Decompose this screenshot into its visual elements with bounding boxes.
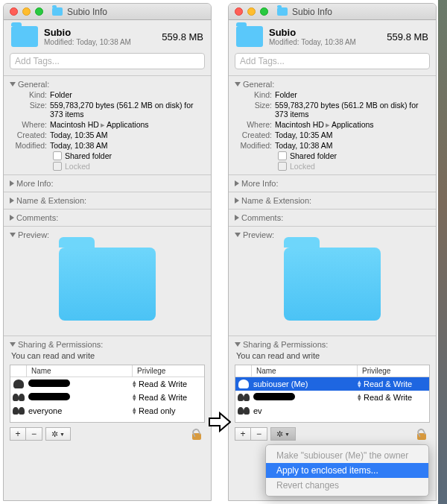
disclosure-triangle-icon[interactable] [10, 198, 14, 204]
permissions-note: You can read and write [235, 350, 430, 365]
section-header-moreinfo[interactable]: More Info: [235, 178, 430, 189]
lock-icon[interactable] [191, 428, 202, 440]
item-name: Subio [44, 27, 162, 38]
privilege-label[interactable]: Read & Write [364, 393, 412, 402]
disclosure-triangle-icon[interactable] [235, 198, 239, 204]
section-label: General: [243, 80, 274, 89]
tags-input[interactable]: Add Tags... [235, 53, 430, 69]
table-row[interactable]: subiouser (Me) ▴▾Read & Write [235, 377, 429, 391]
stepper-icon[interactable]: ▴▾ [358, 394, 361, 401]
lock-icon[interactable] [416, 428, 427, 440]
section-general: General: Kind:Folder Size:559,783,270 by… [229, 75, 436, 174]
where-label: Where: [235, 120, 275, 129]
section-header-nameext[interactable]: Name & Extension: [235, 195, 430, 206]
stepper-icon[interactable]: ▴▾ [133, 407, 136, 415]
table-row[interactable]: ▴▾Read & Write [10, 391, 204, 404]
section-header-comments[interactable]: Comments: [10, 212, 205, 223]
menu-item-apply-enclosed[interactable]: Apply to enclosed items... [266, 463, 428, 478]
section-moreinfo: More Info: [4, 174, 211, 192]
add-user-button[interactable]: + [10, 427, 26, 441]
item-size: 559.8 MB [162, 31, 203, 42]
privilege-label[interactable]: Read & Write [139, 393, 187, 402]
disclosure-triangle-icon[interactable] [10, 215, 14, 221]
disclosure-triangle-icon[interactable] [10, 233, 16, 237]
disclosure-triangle-icon[interactable] [235, 342, 241, 347]
window-title: Subio Info [67, 7, 107, 17]
section-label: General: [18, 80, 49, 89]
gear-icon: ✲ [51, 429, 58, 439]
section-header-preview[interactable]: Preview: [235, 230, 430, 240]
shared-folder-label: Shared folder [65, 151, 112, 160]
section-header-sharing[interactable]: Sharing & Permissions: [235, 339, 430, 350]
remove-user-button[interactable]: − [251, 427, 267, 441]
stepper-icon[interactable]: ▴▾ [133, 394, 136, 401]
checkbox-icon[interactable] [53, 151, 62, 160]
section-header-general[interactable]: General: [235, 79, 430, 89]
shared-folder-row[interactable]: Shared folder [235, 151, 430, 161]
locked-row: Locked [10, 161, 205, 171]
user-name: subiouser (Me) [252, 379, 358, 388]
privilege-label[interactable]: Read & Write [139, 379, 187, 388]
created-label: Created: [10, 130, 50, 139]
table-header: Name Privilege [10, 365, 204, 377]
close-icon[interactable] [10, 7, 18, 16]
add-user-button[interactable]: + [235, 427, 251, 441]
disclosure-triangle-icon[interactable] [235, 233, 241, 237]
zoom-icon[interactable] [35, 7, 43, 16]
privilege-label[interactable]: Read & Write [364, 379, 412, 388]
traffic-lights [235, 7, 268, 16]
action-menu-button[interactable]: ✲▼ [45, 427, 71, 441]
breadcrumb-part: Macintosh HD [275, 120, 324, 129]
col-name-header[interactable]: Name [252, 365, 358, 377]
section-label: More Info: [241, 179, 279, 188]
created-value: Today, 10:35 AM [275, 130, 430, 139]
checkbox-icon[interactable] [278, 151, 287, 160]
remove-user-button[interactable]: − [26, 427, 42, 441]
section-header-preview[interactable]: Preview: [10, 230, 205, 240]
disclosure-triangle-icon[interactable] [235, 215, 239, 221]
minimize-icon[interactable] [22, 7, 31, 16]
section-sharing: Sharing & Permissions: You can read and … [4, 336, 211, 445]
section-header-general[interactable]: General: [10, 79, 205, 89]
close-icon[interactable] [235, 7, 243, 16]
size-value: 559,783,270 bytes (561.2 MB on disk) for… [50, 101, 205, 119]
user-name-partial: ev [253, 406, 262, 415]
stepper-icon[interactable]: ▴▾ [133, 380, 136, 388]
disclosure-triangle-icon[interactable] [10, 82, 16, 86]
zoom-icon[interactable] [260, 7, 268, 16]
action-menu-button[interactable]: ✲▼ [270, 427, 296, 441]
table-row[interactable]: everyone ▴▾Read only [10, 404, 204, 418]
table-header: Name Privilege [235, 365, 429, 377]
locked-label: Locked [65, 162, 90, 171]
tags-input[interactable]: Add Tags... [10, 53, 205, 69]
shared-folder-row[interactable]: Shared folder [10, 151, 205, 161]
section-header-comments[interactable]: Comments: [235, 212, 430, 223]
titlebar[interactable]: Subio Info [229, 4, 436, 20]
redacted-name [28, 393, 70, 400]
permissions-table: Name Privilege ▴▾Read & Write ▴▾Read & W… [10, 365, 205, 423]
col-priv-header[interactable]: Privilege [133, 365, 204, 377]
stepper-icon[interactable]: ▴▾ [358, 380, 361, 388]
redacted-name [253, 393, 295, 400]
col-priv-header[interactable]: Privilege [358, 365, 429, 377]
minimize-icon[interactable] [247, 7, 256, 16]
disclosure-triangle-icon[interactable] [235, 180, 239, 186]
disclosure-triangle-icon[interactable] [10, 342, 16, 347]
titlebar[interactable]: Subio Info [4, 4, 211, 20]
section-header-nameext[interactable]: Name & Extension: [10, 195, 205, 206]
col-name-header[interactable]: Name [27, 365, 133, 377]
section-header-moreinfo[interactable]: More Info: [10, 178, 205, 189]
created-label: Created: [235, 130, 275, 139]
disclosure-triangle-icon[interactable] [10, 180, 14, 186]
section-header-sharing[interactable]: Sharing & Permissions: [10, 339, 205, 350]
group-icon [238, 407, 250, 415]
table-row[interactable]: ▴▾Read & Write [235, 391, 429, 404]
privilege-label[interactable]: Read only [139, 406, 176, 415]
table-row[interactable]: ev [235, 404, 429, 418]
user-name: everyone [27, 406, 133, 415]
disclosure-triangle-icon[interactable] [235, 82, 241, 86]
section-label: Comments: [241, 213, 283, 222]
section-label: Comments: [16, 213, 58, 222]
info-window-left: Subio Info Subio Modified: Today, 10:38 … [3, 3, 212, 501]
table-row[interactable]: ▴▾Read & Write [10, 377, 204, 391]
